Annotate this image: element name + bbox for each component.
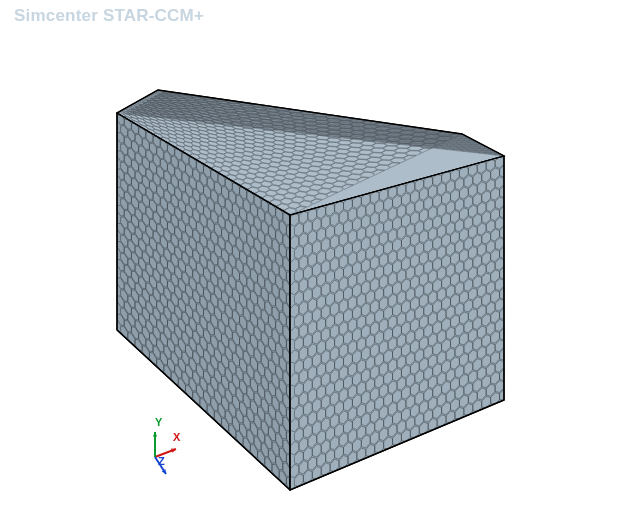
axis-label-z: Z [158,455,165,467]
axis-label-x: X [173,431,180,443]
axis-label-y: Y [155,416,162,428]
scene-viewport[interactable]: Simcenter STAR-CCM+ Y X Z [0,0,640,514]
scene-3d[interactable] [0,0,640,514]
